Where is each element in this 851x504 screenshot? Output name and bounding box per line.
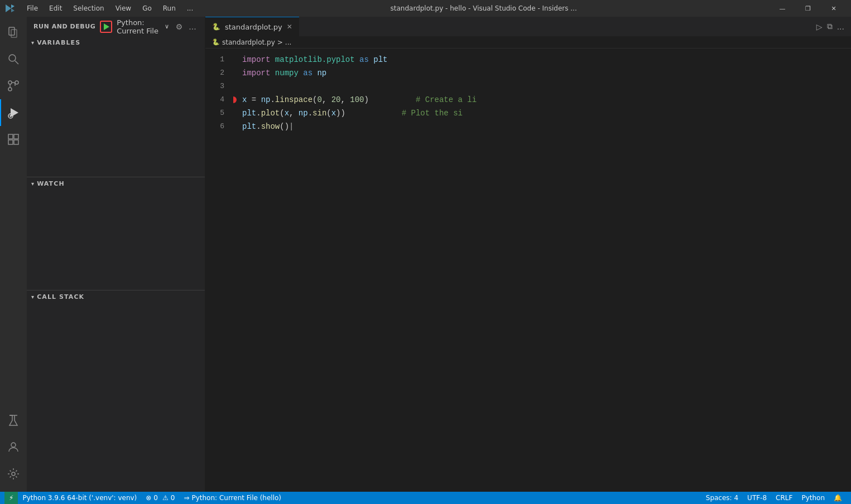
status-line-ending[interactable]: CRLF (771, 492, 797, 504)
settings-icon[interactable]: ⚙ (174, 21, 185, 32)
minimize-button[interactable]: — (770, 0, 795, 17)
svg-rect-15 (14, 134, 18, 139)
svg-rect-14 (8, 134, 13, 139)
run-debug-label: RUN AND DEBUG (33, 23, 95, 30)
activity-bar-item-extensions[interactable] (0, 126, 27, 153)
menu-file[interactable]: File (22, 3, 42, 13)
status-spaces[interactable]: Spaces: 4 (701, 492, 743, 504)
tab-file-icon: 🐍 (212, 23, 220, 31)
token: matplotlib.pyplot (275, 53, 355, 66)
variables-header[interactable]: ▾ VARIABLES (27, 36, 205, 49)
token: () (280, 120, 289, 133)
window-title: standardplot.py - hello - Visual Studio … (204, 4, 763, 12)
play-icon (104, 23, 109, 30)
token (369, 53, 373, 66)
activity-bar-item-settings[interactable] (0, 461, 27, 487)
svg-rect-3 (9, 27, 15, 35)
token: plot (261, 106, 280, 120)
svg-marker-2 (11, 8, 15, 12)
line-num-3: 3 (205, 80, 229, 93)
run-file-icon[interactable]: ▷ (816, 22, 823, 31)
status-run-config[interactable]: ⇒ Python: Current File (hello) (179, 492, 286, 504)
token: . (308, 106, 312, 120)
activity-bar-item-search[interactable] (0, 46, 27, 72)
code-content[interactable]: import matplotlib.pyplot as plt import n… (233, 49, 843, 492)
maximize-button[interactable]: ❐ (795, 0, 821, 17)
code-editor[interactable]: 1 2 3 4 5 6 import matplotlib.pyplot as … (205, 49, 851, 492)
status-errors[interactable]: ⊗ 0 ⚠ 0 (141, 492, 179, 504)
token (270, 53, 275, 66)
code-line-2: import numpy as np (242, 66, 843, 80)
scrollbar[interactable] (843, 49, 851, 492)
code-line-5: plt . plot ( x , np . sin ( x )) # Plot … (242, 106, 843, 120)
status-encoding[interactable]: UTF-8 (743, 492, 771, 504)
sidebar-header-icons: ⚙ ... (174, 21, 198, 32)
tab-close-button[interactable]: ✕ (287, 23, 292, 31)
breadcrumb-separator: > (277, 38, 283, 46)
menu-go[interactable]: Go (138, 3, 156, 13)
status-git[interactable]: ⚡ (4, 492, 18, 504)
status-notifications[interactable]: 🔔 (829, 492, 847, 504)
more-editor-actions-icon[interactable]: ... (837, 22, 844, 31)
status-python-version[interactable]: Python 3.9.6 64-bit ('.venv': venv) (18, 492, 141, 504)
breadcrumb-more[interactable]: ... (285, 38, 291, 46)
code-line-6: plt . show () (242, 120, 843, 133)
activity-bar-item-explorer[interactable] (0, 19, 27, 46)
token: , (289, 106, 299, 120)
config-chevron[interactable]: ∨ (165, 23, 169, 30)
more-actions-icon[interactable]: ... (187, 21, 198, 32)
code-line-1: import matplotlib.pyplot as plt (242, 53, 843, 66)
token: as (359, 53, 369, 66)
tab-bar: 🐍 standardplot.py ✕ ▷ ⧉ ... (205, 17, 851, 36)
watch-header[interactable]: ▾ WATCH (27, 177, 205, 190)
watch-section: ▾ WATCH (27, 177, 205, 290)
menu-bar[interactable]: File Edit Selection View Go Run ... (22, 3, 198, 13)
breakpoint-marker (233, 96, 237, 103)
svg-point-8 (15, 81, 18, 84)
run-button[interactable] (100, 21, 112, 33)
menu-run[interactable]: Run (158, 3, 180, 13)
menu-view[interactable]: View (111, 3, 136, 13)
token: linspace (275, 93, 312, 106)
breadcrumb-filename[interactable]: standardplot.py (222, 38, 275, 46)
token: x (331, 106, 336, 120)
call-stack-section: ▾ CALL STACK (27, 290, 205, 375)
close-button[interactable]: ✕ (821, 0, 847, 17)
code-line-4: x = np . linspace ( 0 , 20 , 100 ) # Cre… (242, 93, 843, 106)
main-area: RUN AND DEBUG Python: Current File ∨ ⚙ .… (0, 17, 851, 492)
token: plt (242, 120, 256, 133)
sidebar-header: RUN AND DEBUG Python: Current File ∨ ⚙ .… (27, 17, 205, 36)
token: 20 (331, 93, 341, 106)
watch-chevron: ▾ (31, 181, 35, 187)
activity-bar-item-source-control[interactable] (0, 72, 27, 99)
menu-edit[interactable]: Edit (45, 3, 66, 13)
token: . (270, 93, 275, 106)
activity-bar-item-accounts[interactable] (0, 434, 27, 461)
warning-count: 0 (171, 494, 175, 502)
token: show (261, 120, 280, 133)
svg-marker-10 (11, 108, 18, 117)
line-num-6: 6 (205, 120, 229, 133)
activity-bar-item-run-debug[interactable] (0, 99, 27, 126)
window-controls[interactable]: — ❐ ✕ (770, 0, 847, 17)
editor-area: 🐍 standardplot.py ✕ ▷ ⧉ ... 🐍 standardpl… (205, 17, 851, 492)
variables-chevron: ▾ (31, 40, 35, 46)
python-version-text: Python 3.9.6 64-bit ('.venv': venv) (22, 494, 137, 502)
token: = (247, 93, 261, 106)
token: ( (312, 93, 317, 106)
run-config-text: Python: Current File (hello) (191, 494, 281, 502)
token (299, 66, 303, 80)
menu-selection[interactable]: Selection (69, 3, 108, 13)
language-text: Python (801, 494, 825, 502)
menu-more[interactable]: ... (182, 3, 198, 13)
status-language[interactable]: Python (797, 492, 829, 504)
svg-point-9 (8, 88, 12, 91)
tab-standardplot[interactable]: 🐍 standardplot.py ✕ (205, 17, 299, 36)
app-logo (4, 3, 16, 14)
call-stack-header[interactable]: ▾ CALL STACK (27, 290, 205, 303)
activity-bar (0, 17, 27, 492)
activity-bar-item-testing[interactable] (0, 407, 27, 434)
split-editor-icon[interactable]: ⧉ (827, 22, 833, 31)
line-num-1: 1 (205, 53, 229, 66)
token: # Plot the si (402, 106, 463, 120)
